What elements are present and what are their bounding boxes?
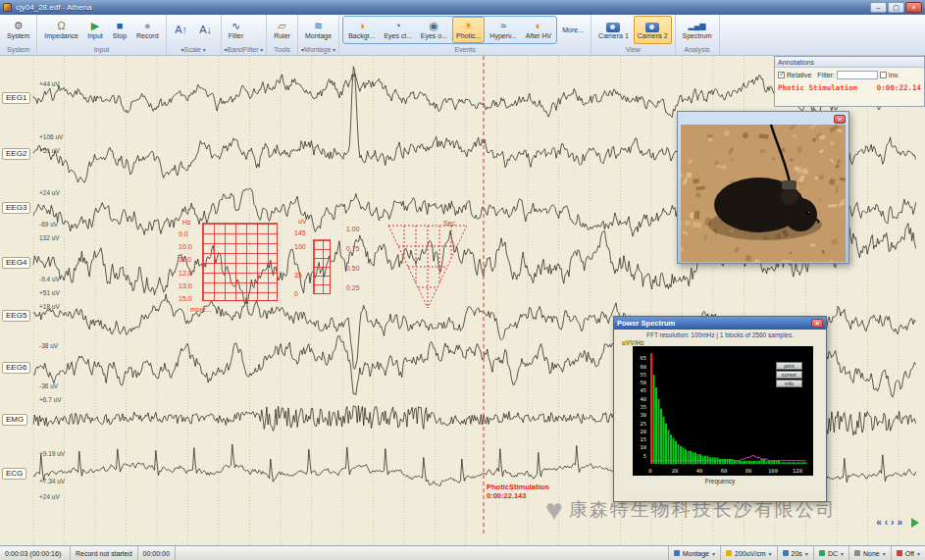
- lowpass-filter-dropdown[interactable]: Off: [891, 546, 925, 560]
- camera-window[interactable]: [677, 111, 849, 264]
- toolbar-button-backgr[interactable]: ◑Backgr...: [344, 17, 379, 43]
- legend-print-button[interactable]: print: [776, 362, 802, 370]
- toolbar-button-scale-down-icon[interactable]: A↓: [194, 16, 218, 44]
- photic-frequency-value: 13.0: [179, 282, 192, 289]
- record-icon: ●: [144, 20, 151, 32]
- toolbar-button-eyes-cl[interactable]: ◔Eyes cl...: [380, 17, 415, 43]
- nav-next-button[interactable]: ›: [891, 517, 894, 528]
- scale-value-label: +24 uV: [39, 189, 60, 196]
- titlebar[interactable]: cjy04_28.edf - Athena: [0, 0, 925, 15]
- toolbar-group-label: Events: [342, 44, 588, 55]
- eyes-closed-icon: ◔: [394, 20, 401, 32]
- record-status: Record not started: [71, 546, 138, 560]
- notch-filter-dropdown[interactable]: None: [848, 546, 891, 560]
- scale-value-label: +18 uV: [39, 303, 60, 310]
- toolbar-button-stop[interactable]: ■Stop: [108, 16, 131, 44]
- background-event-icon: ◑: [358, 20, 365, 32]
- toolbar-button-more[interactable]: More...: [558, 16, 588, 44]
- annotation-label: Photic Stimulation: [778, 83, 857, 92]
- annotations-panel: Annotations Relative Filter: Inv. Photic…: [774, 56, 925, 107]
- svg-text:40: 40: [640, 396, 646, 402]
- toolbar-group-label: Tools: [270, 44, 294, 55]
- toolbar-button-hyperv[interactable]: ≈Hyperv...: [486, 17, 521, 43]
- timebase-icon: [783, 550, 789, 556]
- toolbar-button-camera-1[interactable]: Camera 1: [594, 16, 633, 44]
- toolbar-button-label: Spectrum: [683, 32, 712, 40]
- legend-info-button[interactable]: info: [776, 380, 802, 387]
- photic-more-link[interactable]: more...: [190, 306, 212, 313]
- svg-text:0: 0: [648, 468, 651, 474]
- scale-value-label: -36 uV: [39, 382, 58, 389]
- statusbar: 0:00:03 (00:00:16) Record not started 00…: [0, 545, 925, 560]
- toolbar-button-impedance[interactable]: ΩImpedance: [40, 16, 82, 44]
- channel-label-ecg[interactable]: ECG: [2, 468, 26, 480]
- svg-text:100: 100: [768, 468, 778, 474]
- power-spectrum-titlebar[interactable]: Power Spectrum: [614, 317, 826, 330]
- nav-prev-button[interactable]: ‹: [885, 517, 888, 528]
- svg-text:55: 55: [640, 372, 646, 378]
- toolbar-button-montage[interactable]: ≋Montage: [301, 16, 335, 44]
- toolbar-button-eyes-o[interactable]: ◉Eyes o...: [417, 17, 451, 43]
- toolbar-button-after-hv[interactable]: ◐After HV: [522, 17, 555, 43]
- toolbar-group-label: Montage: [301, 44, 335, 55]
- legend-cursor-button[interactable]: cursor: [776, 371, 802, 379]
- chevron-down-icon: [769, 550, 772, 557]
- timebase-dropdown[interactable]: 20s: [777, 546, 813, 560]
- nav-last-button[interactable]: »: [897, 517, 902, 528]
- highpass-filter-dropdown[interactable]: DC: [813, 546, 848, 560]
- toolbar-group-analysis: ▂▄▆SpectrumAnalysis: [676, 15, 720, 55]
- toolbar-button-filter[interactable]: ∿Filter: [225, 16, 248, 44]
- photic-uv-value: 35: [294, 272, 302, 279]
- inv-checkbox[interactable]: [880, 72, 887, 78]
- relative-checkbox[interactable]: [778, 72, 785, 78]
- toolbar-button-input[interactable]: ▶Input: [83, 16, 107, 44]
- close-icon[interactable]: [905, 2, 922, 13]
- filter-icon: ∿: [231, 20, 240, 32]
- channel-label-eeg1[interactable]: EEG1: [2, 92, 30, 104]
- channel-label-eeg4[interactable]: EEG4: [2, 257, 30, 269]
- channel-label-eeg3[interactable]: EEG3: [2, 202, 30, 214]
- toolbar: ⚙SystemSystemΩImpedance▶Input■Stop●Recor…: [0, 15, 925, 56]
- app-icon: [3, 3, 12, 12]
- svg-text:5: 5: [643, 453, 646, 459]
- minimize-icon[interactable]: [870, 2, 887, 13]
- filter-input[interactable]: [837, 71, 878, 79]
- channel-label-emg[interactable]: EMG: [2, 414, 27, 426]
- toolbar-button-label: Camera 1: [598, 32, 629, 40]
- photic-frequency-value: 9.0: [179, 230, 188, 237]
- toolbar-button-ruler[interactable]: ▱Ruler: [270, 16, 294, 44]
- toolbar-button-label: After HV: [526, 32, 551, 40]
- toolbar-button-scale-up-icon[interactable]: A↑: [170, 16, 193, 44]
- sensitivity-dropdown[interactable]: 200uV/cm: [720, 546, 777, 560]
- application-window: cjy04_28.edf - Athena ⚙SystemSystemΩImpe…: [0, 0, 925, 560]
- toolbar-button-spectrum[interactable]: ▂▄▆Spectrum: [679, 16, 716, 44]
- power-spectrum-window[interactable]: Power Spectrum FFT resolution: 100mHz | …: [613, 316, 827, 502]
- play-icon[interactable]: [911, 518, 919, 528]
- annotation-entry[interactable]: Photic Stimulation0:00:22.14: [775, 82, 924, 93]
- montage-dropdown[interactable]: Montage: [668, 546, 720, 560]
- toolbar-button-label: System: [7, 32, 29, 40]
- nav-first-button[interactable]: «: [876, 517, 882, 528]
- toolbar-button-camera-2[interactable]: Camera 2: [634, 16, 672, 44]
- channel-label-eeg5[interactable]: EEG5: [2, 310, 30, 322]
- channel-label-eeg6[interactable]: EEG6: [2, 362, 30, 374]
- power-spectrum-title: Power Spectrum: [617, 319, 675, 328]
- photic-sec-value: 0.50: [346, 265, 360, 272]
- photic-icon: ☀: [464, 20, 474, 32]
- close-icon[interactable]: [811, 319, 823, 328]
- scale-up-icon: A↑: [175, 24, 187, 36]
- channel-label-eeg2[interactable]: EEG2: [2, 148, 30, 160]
- toolbar-button-label: Eyes cl...: [384, 32, 411, 40]
- photic-pattern-grid: [202, 223, 278, 301]
- camera-window-titlebar[interactable]: [680, 114, 847, 125]
- toolbar-group-label: Input: [40, 44, 162, 55]
- maximize-icon[interactable]: [888, 2, 904, 13]
- close-icon[interactable]: [834, 115, 846, 124]
- photic-frequency-value: 15.0: [179, 295, 192, 302]
- toolbar-group-tools: ▱RulerTools: [267, 15, 298, 55]
- toolbar-button-system[interactable]: ⚙System: [3, 16, 33, 44]
- toolbar-button-label: Montage: [305, 32, 332, 40]
- page-navigation: «‹›»: [876, 516, 919, 529]
- toolbar-button-record[interactable]: ●Record: [132, 16, 163, 44]
- toolbar-button-photic[interactable]: ☀Photic...: [452, 17, 485, 43]
